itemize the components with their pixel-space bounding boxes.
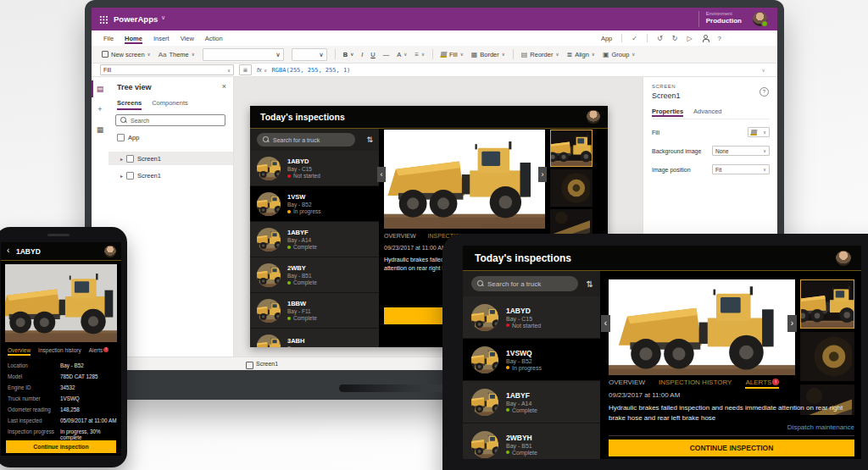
next-photo-button[interactable]: ›: [538, 167, 547, 182]
tree-item-screen2[interactable]: ▸ Screen1: [108, 169, 233, 182]
back-icon[interactable]: ‹: [7, 246, 9, 255]
app-user-avatar[interactable]: [836, 251, 851, 266]
tab-inspection-history[interactable]: Inspection history: [38, 347, 81, 353]
truck-list-item[interactable]: 1ABYF Bay - A14 Complete: [463, 381, 600, 423]
truck-list-item[interactable]: 1VSW Bay - B52 In progress: [250, 186, 379, 222]
fill-color-select[interactable]: ∨: [748, 127, 770, 137]
app-checker-icon[interactable]: ✓: [632, 35, 637, 42]
strikethrough-button[interactable]: —: [383, 51, 390, 58]
tab-advanced[interactable]: Advanced: [693, 108, 721, 115]
truck-list-item[interactable]: 1ABYD Bay - C15 Not started: [250, 151, 379, 186]
tree-view-rail-icon[interactable]: ▤: [92, 80, 108, 97]
phone-app[interactable]: ‹ 1ABYD Overview Inspection history Aler…: [1, 242, 121, 456]
chevron-down-icon[interactable]: ∨: [161, 14, 165, 21]
thumbnail-wheel[interactable]: [800, 332, 854, 381]
truck-list-item[interactable]: 1ABYF Bay - A14 Complete: [250, 222, 379, 257]
tablet-app[interactable]: Today's inspections Search for a truck ⇅: [463, 246, 861, 459]
menu-app[interactable]: App: [601, 35, 612, 42]
tab-overview[interactable]: Overview: [8, 347, 31, 356]
truck-list-item[interactable]: 1ABYD Bay - C15 Not started: [463, 296, 600, 339]
user-avatar[interactable]: [753, 12, 767, 26]
image-position-select[interactable]: Fit∨: [712, 164, 770, 174]
text-align-button[interactable]: ≡∨: [415, 51, 425, 58]
thumbnail-wheel[interactable]: [550, 169, 593, 207]
tab-components[interactable]: Components: [152, 99, 188, 110]
truck-avatar: [471, 346, 498, 373]
truck-list-item[interactable]: 1BBW Bay - F11 Complete: [250, 293, 379, 329]
tab-properties[interactable]: Properties: [652, 108, 683, 115]
font-select[interactable]: ∨: [203, 48, 284, 61]
tab-overview[interactable]: OVERVIEW: [384, 233, 416, 239]
menu-insert[interactable]: Insert: [153, 35, 170, 42]
tab-alerts[interactable]: Alerts!: [89, 347, 109, 353]
new-screen-button[interactable]: New screen∨: [102, 51, 151, 58]
theme-button[interactable]: AaTheme∨: [159, 51, 195, 58]
thumbnail-truck[interactable]: [800, 279, 854, 329]
screen-checkbox-icon[interactable]: [246, 362, 253, 369]
tab-overview[interactable]: OVERVIEW: [609, 379, 645, 386]
tab-alerts[interactable]: ALERTS!: [745, 379, 779, 389]
truck-list-item[interactable]: 3ABH Bay -: [250, 329, 379, 347]
app-header: ‹ 1ABYD: [1, 242, 121, 261]
environment-block[interactable]: Environment Production: [698, 11, 742, 27]
reorder-button[interactable]: ▤Reorder∨: [521, 51, 559, 58]
play-icon[interactable]: ▷: [687, 35, 692, 42]
truck-list-item[interactable]: 2WBYH Bay - B51 Complete: [463, 423, 600, 459]
border-button[interactable]: ▦Border∨: [471, 51, 505, 58]
screen-thumb-icon: [126, 172, 134, 180]
tab-screens[interactable]: Screens: [117, 99, 142, 110]
tab-inspection-history[interactable]: INSPECTION HISTORY: [659, 379, 732, 386]
tree-item-app[interactable]: App: [117, 134, 139, 141]
truck-photo: [609, 279, 795, 375]
sort-icon[interactable]: ⇅: [366, 135, 373, 144]
redo-icon[interactable]: ↻: [672, 35, 678, 42]
truck-search-input[interactable]: Search for a truck: [471, 276, 578, 291]
tree-item-screen1[interactable]: ▸ Screen1: [108, 152, 233, 165]
thumbnail-truck[interactable]: [550, 130, 593, 167]
menu-view[interactable]: View: [181, 35, 194, 42]
property-select[interactable]: Fill∨: [100, 64, 234, 75]
font-color-button[interactable]: A∨: [397, 51, 407, 58]
next-photo-button[interactable]: ›: [787, 315, 797, 332]
help-icon[interactable]: ?: [760, 87, 769, 97]
selected-name: Screen1: [652, 91, 681, 100]
continue-inspection-button[interactable]: Continue inspection: [6, 440, 116, 453]
tree-search-input[interactable]: Search: [115, 114, 225, 126]
sort-icon[interactable]: ⇅: [587, 279, 593, 289]
menu-file[interactable]: File: [103, 35, 114, 42]
menu-action[interactable]: Action: [205, 35, 223, 42]
group-button[interactable]: ▣Group∨: [603, 51, 635, 58]
formula-input[interactable]: RGBA(255, 255, 255, 1): [272, 67, 351, 74]
actions-icon[interactable]: ≣: [239, 64, 252, 75]
formula-expand-icon[interactable]: ∨: [762, 67, 765, 73]
share-person-icon[interactable]: [702, 35, 709, 41]
group-icon: ▣: [603, 51, 609, 58]
app-user-avatar[interactable]: [104, 246, 116, 257]
app-user-avatar[interactable]: [587, 110, 600, 124]
truck-search-input[interactable]: Search for a truck: [257, 133, 355, 147]
truck-list-item[interactable]: 1VSWQ Bay - B52 In progress: [463, 339, 600, 381]
expand-icon[interactable]: ▸: [120, 173, 123, 179]
expand-icon[interactable]: ▸: [120, 156, 123, 162]
detail-value: Bay - B52: [60, 362, 84, 368]
detail-value: 1VSWQ: [60, 395, 80, 401]
align-button[interactable]: ≣Align∨: [566, 51, 594, 58]
continue-inspection-button[interactable]: CONTINUE INSPECTION: [609, 440, 854, 456]
fill-button[interactable]: Fill∨: [441, 51, 464, 58]
bold-button[interactable]: B∨: [343, 51, 353, 58]
background-image-select[interactable]: None∨: [712, 146, 770, 156]
menu-home[interactable]: Home: [125, 33, 142, 44]
prev-photo-button[interactable]: ‹: [601, 315, 610, 332]
dispatch-maintenance-link[interactable]: Dispatch maintenance: [710, 423, 854, 431]
font-size-select[interactable]: ∨: [292, 48, 327, 61]
waffle-icon[interactable]: [99, 15, 108, 24]
italic-button[interactable]: I: [361, 51, 363, 58]
prev-photo-button[interactable]: ‹: [377, 167, 386, 182]
data-rail-icon[interactable]: ▦: [92, 121, 108, 138]
undo-icon[interactable]: ↺: [657, 35, 663, 42]
truck-list-item[interactable]: 2WBY Bay - B51 Complete: [250, 257, 379, 293]
close-icon[interactable]: ×: [222, 82, 226, 91]
insert-rail-icon[interactable]: +: [92, 101, 108, 118]
underline-button[interactable]: U: [370, 51, 375, 58]
help-icon[interactable]: ?: [718, 35, 721, 42]
